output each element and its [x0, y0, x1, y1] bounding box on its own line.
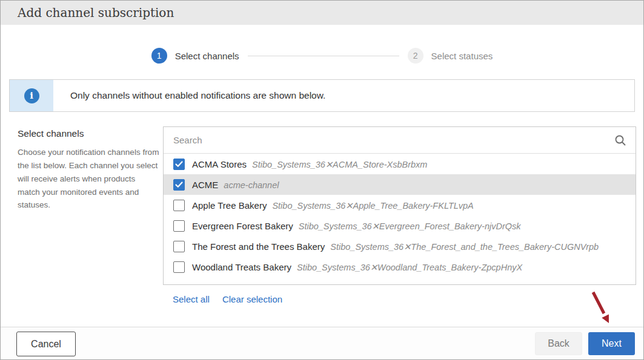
step-2-label: Select statuses	[431, 51, 493, 61]
channel-label: ACMA Stores Stibo_Systems_36✕ACMA_Store-…	[192, 159, 427, 169]
channel-row[interactable]: Woodland Treats Bakery Stibo_Systems_36✕…	[164, 257, 636, 277]
stepper-connector-line	[248, 56, 399, 56]
step-1-label: Select channels	[175, 51, 239, 61]
channel-row[interactable]: Apple Tree Bakery Stibo_Systems_36✕Apple…	[164, 195, 636, 215]
channel-checkbox[interactable]	[173, 200, 185, 211]
channel-label: The Forest and the Trees Bakery Stibo_Sy…	[192, 241, 599, 252]
step-select-channels[interactable]: 1 Select channels	[151, 48, 239, 64]
step-2-circle: 2	[408, 48, 423, 64]
search-icon[interactable]	[614, 134, 626, 146]
select-channels-panel-intro: Select channels Choose your notification…	[18, 128, 159, 212]
channel-name: ACMA Stores	[192, 159, 247, 169]
cancel-button[interactable]: Cancel	[16, 332, 76, 356]
next-button[interactable]: Next	[588, 332, 635, 355]
info-banner-text: Only channels without enabled notificati…	[53, 90, 325, 101]
info-banner-icon-area: i	[10, 80, 53, 111]
channel-name: The Forest and the Trees Bakery	[192, 241, 325, 252]
channel-checkbox[interactable]	[173, 220, 185, 232]
channel-row[interactable]: The Forest and the Trees Bakery Stibo_Sy…	[164, 236, 636, 257]
channel-id: Stibo_Systems_36✕Woodland_Treats_Bakery-…	[297, 263, 522, 272]
channel-label: Woodland Treats Bakery Stibo_Systems_36✕…	[192, 262, 522, 272]
search-input[interactable]	[173, 135, 614, 145]
channel-label: Apple Tree Bakery Stibo_Systems_36✕Apple…	[192, 200, 474, 211]
dialog-titlebar: Add channel subscription	[1, 1, 643, 25]
channel-list: ACMA Stores Stibo_Systems_36✕ACMA_Store-…	[164, 154, 636, 277]
dialog-footer: Cancel Back Next	[1, 327, 643, 359]
clear-selection-link[interactable]: Clear selection	[222, 294, 282, 304]
select-all-link[interactable]: Select all	[173, 294, 210, 304]
select-channels-heading: Select channels	[18, 128, 159, 139]
channel-id: Stibo_Systems_36✕Evergreen_Forest_Bakery…	[299, 221, 521, 231]
channel-id: Stibo_Systems_36✕ACMA_Store-XsbBrbxm	[252, 160, 427, 169]
select-channels-description: Choose your notification channels from t…	[18, 146, 159, 212]
channel-label: ACME acme-channel	[192, 180, 279, 190]
channel-label: Evergreen Forest Bakery Stibo_Systems_36…	[192, 221, 521, 231]
channel-checkbox[interactable]	[173, 261, 185, 273]
channel-list-panel: ACMA Stores Stibo_Systems_36✕ACMA_Store-…	[163, 126, 636, 285]
selection-actions: Select all Clear selection	[173, 294, 282, 304]
channel-checkbox[interactable]	[173, 179, 185, 191]
channel-checkbox[interactable]	[173, 241, 185, 252]
wizard-stepper: 1 Select channels 2 Select statuses	[1, 48, 643, 64]
channel-id: Stibo_Systems_36✕The_Forest_and_the_Tree…	[330, 242, 599, 252]
channel-name: Woodland Treats Bakery	[192, 262, 291, 272]
channel-checkbox[interactable]	[173, 159, 185, 170]
dialog-title: Add channel subscription	[1, 1, 643, 25]
channel-name: ACME	[192, 180, 218, 190]
channel-row[interactable]: ACME acme-channel	[164, 174, 636, 195]
channel-name: Evergreen Forest Bakery	[192, 221, 293, 231]
info-banner: i Only channels without enabled notifica…	[9, 79, 635, 112]
back-button[interactable]: Back	[535, 332, 582, 355]
step-select-statuses[interactable]: 2 Select statuses	[408, 48, 493, 64]
channel-id: acme-channel	[224, 180, 279, 190]
channel-row[interactable]: ACMA Stores Stibo_Systems_36✕ACMA_Store-…	[164, 154, 636, 174]
step-1-circle: 1	[151, 48, 167, 64]
info-icon: i	[24, 88, 39, 103]
annotation-arrow	[582, 285, 625, 329]
channel-row[interactable]: Evergreen Forest Bakery Stibo_Systems_36…	[164, 215, 636, 236]
channel-search-row	[164, 127, 636, 154]
channel-id: Stibo_Systems_36✕Apple_Tree_Bakery-FKLTL…	[272, 201, 473, 211]
channel-name: Apple Tree Bakery	[192, 200, 267, 211]
add-channel-subscription-dialog: Add channel subscription 1 Select channe…	[0, 0, 644, 360]
